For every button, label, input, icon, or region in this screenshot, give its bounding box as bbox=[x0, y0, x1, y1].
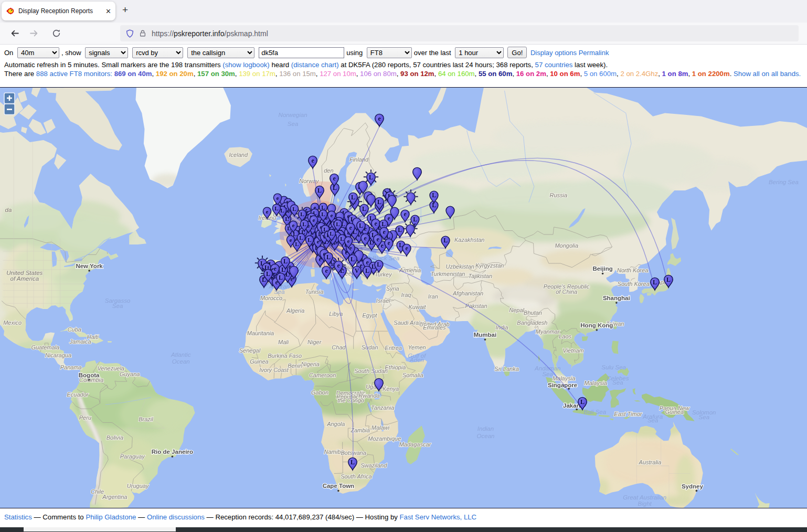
svg-text:e: e bbox=[405, 245, 408, 251]
svg-text:Bolivia: Bolivia bbox=[107, 434, 123, 441]
svg-text:Uruguay: Uruguay bbox=[127, 483, 150, 489]
svg-text:Russia: Russia bbox=[549, 192, 567, 198]
svg-text:L: L bbox=[398, 227, 402, 233]
svg-text:Norwegian: Norwegian bbox=[279, 112, 307, 118]
svg-text:Ecuador: Ecuador bbox=[67, 391, 89, 398]
svg-text:L: L bbox=[274, 205, 278, 211]
svg-text:Beijing: Beijing bbox=[592, 265, 612, 272]
svg-text:L: L bbox=[413, 216, 417, 222]
svg-text:Ocean: Ocean bbox=[477, 433, 495, 439]
svg-text:Aden: Aden bbox=[409, 357, 424, 363]
svg-text:Haiti: Haiti bbox=[87, 334, 99, 340]
svg-text:e: e bbox=[292, 222, 295, 228]
svg-text:e: e bbox=[277, 195, 279, 201]
svg-text:Guyana: Guyana bbox=[120, 371, 140, 377]
svg-text:L: L bbox=[280, 207, 284, 214]
svg-text:East Timor: East Timor bbox=[614, 411, 642, 417]
svg-text:Sydney: Sydney bbox=[682, 483, 704, 490]
svg-text:L: L bbox=[432, 192, 436, 198]
svg-text:Israel: Israel bbox=[376, 297, 390, 304]
svg-text:Senegal: Senegal bbox=[239, 347, 261, 354]
svg-text:of China: of China bbox=[556, 289, 577, 295]
svg-text:Kazakhstan: Kazakhstan bbox=[454, 237, 484, 243]
svg-text:Peru: Peru bbox=[79, 414, 91, 421]
svg-text:Kyrgyzstan: Kyrgyzstan bbox=[475, 262, 504, 269]
svg-text:Botswana: Botswana bbox=[341, 450, 366, 456]
svg-text:Syria: Syria bbox=[386, 285, 399, 292]
svg-text:South Korea: South Korea bbox=[618, 281, 650, 287]
svg-text:Mumbai: Mumbai bbox=[474, 332, 496, 338]
svg-text:Malawi: Malawi bbox=[371, 424, 390, 431]
svg-text:Nepal: Nepal bbox=[509, 307, 524, 313]
svg-text:L: L bbox=[300, 211, 304, 217]
svg-text:Morocco: Morocco bbox=[260, 295, 282, 301]
svg-text:e: e bbox=[376, 236, 379, 243]
svg-text:Mexico: Mexico bbox=[3, 320, 22, 326]
svg-text:Shanghai: Shanghai bbox=[603, 295, 630, 301]
svg-text:Bali Sea: Bali Sea bbox=[583, 409, 606, 415]
svg-text:e: e bbox=[383, 228, 385, 236]
svg-text:e: e bbox=[325, 267, 327, 274]
svg-text:L: L bbox=[302, 221, 306, 227]
svg-text:Panama: Panama bbox=[60, 364, 82, 370]
svg-text:Kenya: Kenya bbox=[383, 386, 399, 392]
svg-text:Laos: Laos bbox=[559, 333, 571, 339]
svg-text:e: e bbox=[266, 208, 269, 215]
svg-text:Rwanda: Rwanda bbox=[358, 392, 379, 399]
svg-text:e: e bbox=[387, 215, 390, 221]
svg-text:Turkey: Turkey bbox=[375, 271, 392, 278]
svg-text:Sudan: Sudan bbox=[362, 344, 378, 350]
svg-text:Cape Town: Cape Town bbox=[323, 483, 354, 489]
svg-text:Ethiopia: Ethiopia bbox=[385, 364, 406, 370]
svg-text:Great Australian: Great Australian bbox=[623, 494, 666, 501]
svg-text:Chile: Chile bbox=[91, 488, 104, 495]
svg-text:L: L bbox=[299, 235, 303, 241]
svg-text:Sea: Sea bbox=[699, 414, 709, 420]
svg-text:e: e bbox=[364, 235, 366, 242]
svg-text:Malaysia: Malaysia bbox=[584, 380, 607, 386]
svg-text:Hong Kong: Hong Kong bbox=[580, 322, 613, 328]
svg-text:Rio de Janeiro: Rio de Janeiro bbox=[152, 449, 193, 455]
svg-text:Somalia: Somalia bbox=[402, 372, 423, 378]
svg-text:Mauritania: Mauritania bbox=[247, 330, 274, 336]
svg-text:Brazil: Brazil bbox=[139, 416, 153, 422]
svg-text:Chad: Chad bbox=[332, 344, 346, 350]
svg-text:Bight: Bight bbox=[638, 501, 652, 507]
svg-text:Mali: Mali bbox=[278, 339, 289, 345]
svg-text:Nicaragua: Nicaragua bbox=[45, 352, 71, 358]
svg-text:e: e bbox=[378, 115, 380, 122]
svg-text:Sri Lanka: Sri Lanka bbox=[494, 366, 518, 372]
svg-text:Sea: Sea bbox=[647, 417, 658, 423]
svg-text:Myanmar: Myanmar bbox=[536, 328, 560, 335]
svg-text:Afghanistan: Afghanistan bbox=[452, 290, 483, 296]
svg-text:e: e bbox=[290, 237, 292, 243]
svg-text:Gabon: Gabon bbox=[311, 389, 328, 396]
svg-text:V: V bbox=[355, 267, 359, 274]
svg-text:e: e bbox=[366, 259, 368, 266]
svg-text:L: L bbox=[292, 206, 296, 212]
svg-text:da: da bbox=[5, 207, 12, 213]
svg-text:New York: New York bbox=[76, 263, 103, 269]
svg-text:Algeria: Algeria bbox=[286, 307, 304, 314]
svg-text:Sea: Sea bbox=[274, 289, 284, 295]
svg-text:den: den bbox=[324, 167, 333, 174]
svg-text:e: e bbox=[273, 265, 276, 272]
svg-text:Guatemala: Guatemala bbox=[31, 344, 59, 350]
svg-text:Iceland: Iceland bbox=[229, 152, 248, 158]
svg-text:Black Sea: Black Sea bbox=[373, 255, 400, 261]
svg-text:Finland: Finland bbox=[349, 156, 369, 163]
svg-text:L: L bbox=[443, 237, 448, 243]
svg-text:L: L bbox=[351, 256, 355, 263]
svg-text:Eritrea: Eritrea bbox=[385, 345, 402, 351]
svg-text:L: L bbox=[362, 205, 366, 212]
svg-text:L: L bbox=[340, 236, 344, 242]
svg-text:e: e bbox=[333, 175, 335, 182]
svg-text:Burkina Faso: Burkina Faso bbox=[268, 353, 302, 359]
svg-text:L: L bbox=[330, 230, 333, 237]
svg-text:Bhutan: Bhutan bbox=[524, 310, 542, 316]
svg-text:Tajikistan: Tajikistan bbox=[469, 273, 492, 279]
svg-text:L: L bbox=[317, 187, 322, 194]
svg-text:Nigeria: Nigeria bbox=[301, 361, 320, 367]
svg-text:L: L bbox=[266, 270, 270, 278]
svg-text:e: e bbox=[331, 212, 333, 218]
